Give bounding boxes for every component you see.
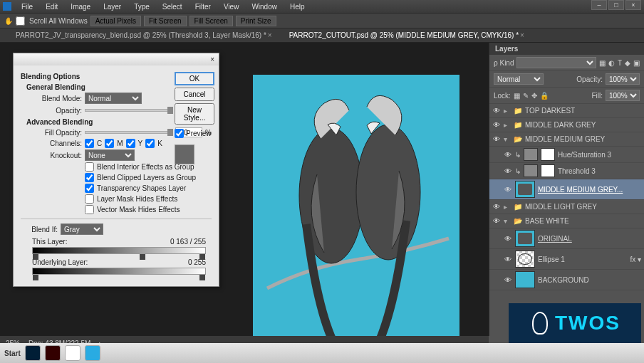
- layer-adjustment[interactable]: 👁↳Threshold 3: [489, 163, 644, 179]
- chevron-down-icon[interactable]: ▾: [504, 217, 511, 225]
- visibility-icon[interactable]: 👁: [504, 186, 512, 194]
- fx-badge[interactable]: fx ▾: [630, 256, 641, 263]
- chevron-right-icon[interactable]: ▸: [504, 107, 511, 115]
- underlying-slider[interactable]: [32, 268, 206, 275]
- opt-2-checkbox[interactable]: [85, 184, 94, 193]
- menu-select[interactable]: Select: [160, 1, 185, 12]
- channel-k-checkbox[interactable]: [145, 139, 155, 148]
- visibility-icon[interactable]: 👁: [504, 256, 512, 263]
- visibility-icon[interactable]: 👁: [504, 151, 512, 159]
- close-button[interactable]: ×: [625, 0, 641, 10]
- layer-group[interactable]: 👁▸📁MIDDLE LIGHT GREY: [489, 200, 644, 214]
- minimize-button[interactable]: –: [591, 0, 607, 10]
- layers-list[interactable]: 👁▸📁TOP DARKEST 👁▸📁MIDDLE DARK GREY 👁▾📂MI…: [489, 104, 644, 333]
- layer-group[interactable]: 👁▾📂MIDDLE MEDIUM GREY: [489, 132, 644, 147]
- fit-screen-button[interactable]: Fit Screen: [144, 16, 187, 26]
- taskbar-app-4[interactable]: [85, 345, 100, 361]
- actual-pixels-button[interactable]: Actual Pixels: [90, 16, 141, 26]
- filter-adjust-icon[interactable]: ◐: [608, 59, 615, 67]
- visibility-icon[interactable]: 👁: [492, 107, 501, 115]
- lock-pixels-icon[interactable]: ✎: [523, 92, 529, 100]
- layer-blend-mode[interactable]: Normal: [494, 73, 544, 85]
- knockout-select[interactable]: None: [85, 149, 135, 161]
- chevron-down-icon[interactable]: ▾: [504, 135, 511, 143]
- doc-tab-2-label: PARROT2_CUTOUT.psd @ 25% (MIDDLE MEDIUM …: [289, 31, 519, 39]
- channel-m-checkbox[interactable]: [105, 139, 114, 148]
- visibility-icon[interactable]: 👁: [492, 121, 501, 129]
- lock-position-icon[interactable]: ✥: [531, 92, 537, 100]
- layer-group[interactable]: 👁▸📁TOP DARKEST: [489, 104, 644, 118]
- layer-opacity-select[interactable]: 100%: [606, 73, 640, 85]
- visibility-icon[interactable]: 👁: [504, 276, 512, 284]
- filter-shape-icon[interactable]: ◆: [625, 59, 630, 67]
- channel-c-checkbox[interactable]: [85, 139, 94, 148]
- new-style-button[interactable]: New Style...: [175, 103, 214, 125]
- chevron-right-icon[interactable]: ▸: [504, 203, 511, 211]
- opacity-slider[interactable]: [85, 109, 172, 112]
- document-canvas[interactable]: [253, 75, 459, 356]
- visibility-icon[interactable]: 👁: [504, 235, 512, 243]
- start-button[interactable]: Start: [4, 349, 21, 357]
- cancel-button[interactable]: Cancel: [175, 88, 214, 101]
- scroll-all-windows-checkbox[interactable]: [16, 16, 25, 26]
- menu-help[interactable]: Help: [287, 1, 308, 12]
- menu-edit[interactable]: Edit: [43, 1, 61, 12]
- visibility-icon[interactable]: 👁: [492, 135, 501, 143]
- print-size-button[interactable]: Print Size: [236, 16, 276, 26]
- clip-icon: ↳: [515, 167, 521, 175]
- layer-group[interactable]: 👁▸📁MIDDLE DARK GREY: [489, 118, 644, 132]
- lightbulb-icon: [529, 309, 551, 337]
- layer-group[interactable]: 👁▾📂BASE WHITE: [489, 214, 644, 228]
- close-icon[interactable]: ×: [268, 31, 272, 39]
- doc-tab-1[interactable]: PARROT2_JV_transparency_blend.psd @ 25% …: [11, 29, 276, 41]
- menu-image[interactable]: Image: [68, 1, 93, 12]
- layer-fill-select[interactable]: 100%: [606, 90, 640, 101]
- close-icon[interactable]: ×: [520, 31, 524, 39]
- maximize-button[interactable]: □: [608, 0, 624, 10]
- mask-thumb: [541, 164, 555, 177]
- filter-type-icon[interactable]: T: [618, 59, 622, 67]
- taskbar-app-2[interactable]: [45, 345, 61, 361]
- visibility-icon[interactable]: 👁: [492, 217, 501, 225]
- menu-view[interactable]: View: [221, 1, 242, 12]
- lock-all-icon[interactable]: 🔒: [540, 92, 549, 100]
- channel-y-checkbox[interactable]: [126, 139, 135, 148]
- chevron-right-icon[interactable]: ▸: [504, 121, 511, 129]
- doc-tab-2[interactable]: PARROT2_CUTOUT.psd @ 25% (MIDDLE MEDIUM …: [285, 29, 529, 41]
- opt-3-checkbox[interactable]: [85, 194, 94, 204]
- this-layer-slider[interactable]: [32, 247, 206, 254]
- filter-smart-icon[interactable]: ▣: [633, 59, 640, 67]
- kind-filter[interactable]: [516, 57, 596, 68]
- layer-smartobject[interactable]: 👁ORIGINAL: [489, 228, 644, 249]
- dialog-close-icon[interactable]: ×: [210, 56, 214, 63]
- fill-opacity-slider[interactable]: [85, 131, 172, 134]
- layer-shape[interactable]: 👁Ellipse 1fx ▾: [489, 249, 644, 270]
- layer-thumb: [515, 181, 535, 198]
- menu-file[interactable]: File: [19, 1, 36, 12]
- visibility-icon[interactable]: 👁: [492, 203, 501, 211]
- menu-filter[interactable]: Filter: [192, 1, 214, 12]
- fill-screen-button[interactable]: Fill Screen: [189, 16, 233, 26]
- preview-checkbox[interactable]: [175, 129, 184, 138]
- opt-1-checkbox[interactable]: [85, 173, 94, 182]
- taskbar-app-1[interactable]: [25, 345, 41, 361]
- hand-tool-icon[interactable]: ✋: [4, 17, 13, 25]
- lock-transparent-icon[interactable]: ▦: [514, 92, 520, 100]
- blend-mode-select[interactable]: Normal: [85, 93, 142, 104]
- menu-window[interactable]: Window: [249, 1, 280, 12]
- filter-pixel-icon[interactable]: ▦: [599, 59, 606, 67]
- layer-smartobject[interactable]: 👁MIDDLE MEDIUM GREY...: [489, 179, 644, 200]
- layer-adjustment[interactable]: 👁↳Hue/Saturation 3: [489, 147, 644, 163]
- menu-type[interactable]: Type: [131, 1, 152, 12]
- artwork-parrots: [253, 75, 459, 356]
- opt-4-checkbox[interactable]: [85, 205, 94, 214]
- opt-0-checkbox[interactable]: [85, 162, 94, 172]
- menu-layer[interactable]: Layer: [100, 1, 124, 12]
- layers-panel-title[interactable]: Layers: [489, 43, 644, 55]
- ok-button[interactable]: OK: [175, 72, 214, 85]
- taskbar-app-3[interactable]: [65, 345, 80, 361]
- blendif-select[interactable]: Gray: [61, 223, 103, 235]
- layer-name: BACKGROUND: [538, 276, 589, 284]
- layer-solid[interactable]: 👁BACKGROUND: [489, 270, 644, 290]
- visibility-icon[interactable]: 👁: [504, 167, 512, 175]
